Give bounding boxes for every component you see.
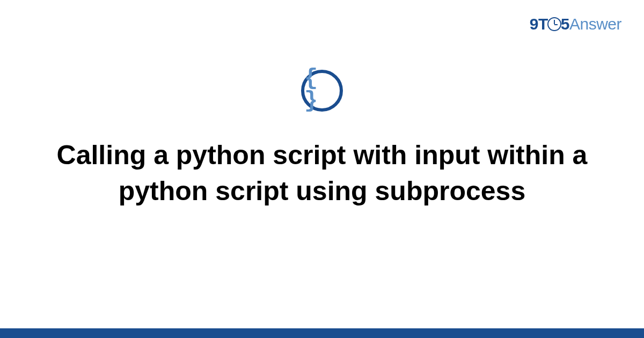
- category-badge: { }: [301, 70, 343, 112]
- logo-word: Answer: [569, 15, 621, 33]
- logo-prefix: 9T: [530, 15, 548, 33]
- site-logo: 9T5Answer: [530, 15, 621, 33]
- braces-icon: { }: [304, 67, 340, 112]
- page-title: Calling a python script with input withi…: [54, 137, 590, 209]
- main-content: { } Calling a python script with input w…: [0, 70, 644, 209]
- footer-accent-bar: [0, 328, 644, 338]
- logo-suffix: 5: [561, 15, 569, 33]
- clock-icon: [547, 17, 561, 31]
